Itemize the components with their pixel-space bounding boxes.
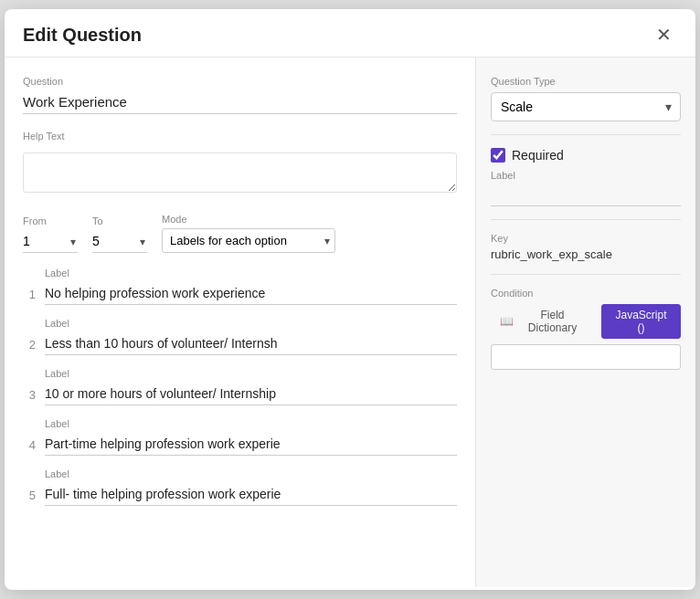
table-row: 1 Label bbox=[23, 268, 457, 305]
option-field-2: Label bbox=[45, 318, 457, 355]
field-dictionary-tab[interactable]: 📖 Field Dictionary bbox=[491, 304, 598, 339]
option-number-3: 3 bbox=[23, 388, 36, 405]
question-type-section: Question Type Scale bbox=[491, 76, 681, 121]
required-row: Required bbox=[491, 148, 681, 163]
option-field-5: Label bbox=[45, 468, 457, 506]
help-text-input[interactable] bbox=[23, 152, 457, 193]
from-field: From 1 bbox=[23, 215, 78, 253]
from-select[interactable]: 1 bbox=[23, 230, 78, 253]
modal-body: Question Help Text From 1 To bbox=[5, 58, 695, 587]
mode-field: Mode Labels for each option bbox=[162, 214, 335, 253]
scale-row: From 1 To 5 Mode bbox=[23, 214, 457, 253]
question-label: Question bbox=[23, 76, 457, 87]
question-input[interactable] bbox=[23, 90, 457, 114]
condition-input[interactable] bbox=[491, 344, 681, 370]
divider-1 bbox=[491, 134, 681, 135]
option-label-3: Label bbox=[45, 368, 457, 379]
option-input-5[interactable] bbox=[45, 483, 457, 506]
option-number-4: 4 bbox=[23, 438, 36, 456]
key-label: Key bbox=[491, 233, 681, 244]
left-panel: Question Help Text From 1 To bbox=[5, 58, 476, 587]
to-select[interactable]: 5 bbox=[92, 230, 147, 253]
option-label-4: Label bbox=[45, 418, 457, 429]
option-field-4: Label bbox=[45, 418, 457, 456]
option-field-1: Label bbox=[45, 268, 457, 305]
help-text-label: Help Text bbox=[23, 131, 457, 142]
required-section: Required Label bbox=[491, 148, 681, 206]
options-list: 1 Label 2 Label 3 bbox=[23, 268, 457, 506]
table-row: 3 Label bbox=[23, 368, 457, 405]
book-icon: 📖 bbox=[500, 315, 514, 328]
option-input-2[interactable] bbox=[45, 332, 457, 355]
to-label: To bbox=[92, 215, 147, 226]
option-number-2: 2 bbox=[23, 338, 36, 355]
javascript-label: JavaScript () bbox=[616, 309, 667, 334]
field-dictionary-label: Field Dictionary bbox=[516, 309, 589, 334]
option-label-5: Label bbox=[45, 468, 457, 479]
close-button[interactable]: ✕ bbox=[651, 24, 677, 46]
table-row: 4 Label bbox=[23, 418, 457, 456]
from-label: From bbox=[23, 215, 78, 226]
required-label: Required bbox=[512, 148, 564, 163]
option-label-2: Label bbox=[45, 318, 457, 329]
label-input[interactable] bbox=[491, 184, 681, 206]
option-number-5: 5 bbox=[23, 489, 36, 506]
modal-header: Edit Question ✕ bbox=[5, 9, 695, 58]
key-value: rubric_work_exp_scale bbox=[491, 247, 681, 261]
question-type-select[interactable]: Scale bbox=[491, 92, 681, 121]
condition-label: Condition bbox=[491, 288, 681, 299]
to-field: To 5 bbox=[92, 215, 147, 253]
condition-section: Condition 📖 Field Dictionary JavaScript … bbox=[491, 288, 681, 370]
option-input-3[interactable] bbox=[45, 383, 457, 405]
table-row: 2 Label bbox=[23, 318, 457, 355]
javascript-tab[interactable]: JavaScript () bbox=[601, 304, 681, 339]
help-text-field: Help Text bbox=[23, 131, 457, 195]
mode-label: Mode bbox=[162, 214, 335, 225]
option-label-1: Label bbox=[45, 268, 457, 278]
condition-tabs: 📖 Field Dictionary JavaScript () bbox=[491, 304, 681, 339]
question-field: Question bbox=[23, 76, 457, 114]
table-row: 5 Label bbox=[23, 468, 457, 506]
key-section: Key rubric_work_exp_scale bbox=[491, 233, 681, 261]
label-section: Label bbox=[491, 170, 681, 206]
divider-2 bbox=[491, 219, 681, 220]
question-type-label: Question Type bbox=[491, 76, 681, 87]
divider-3 bbox=[491, 274, 681, 275]
modal-title: Edit Question bbox=[23, 25, 142, 46]
option-field-3: Label bbox=[45, 368, 457, 405]
option-number-1: 1 bbox=[23, 288, 36, 305]
mode-select[interactable]: Labels for each option bbox=[162, 228, 335, 253]
label-section-label: Label bbox=[491, 170, 681, 181]
option-input-4[interactable] bbox=[45, 433, 457, 456]
edit-question-modal: Edit Question ✕ Question Help Text From … bbox=[5, 9, 695, 590]
option-input-1[interactable] bbox=[45, 282, 457, 305]
required-checkbox[interactable] bbox=[491, 148, 505, 163]
right-panel: Question Type Scale Required Label bbox=[476, 58, 695, 587]
